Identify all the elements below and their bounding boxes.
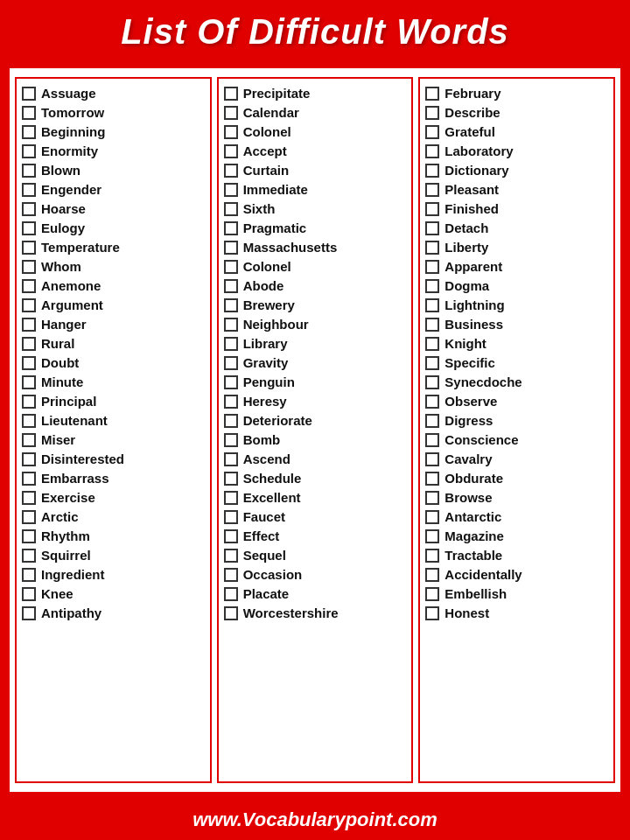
list-item[interactable]: Tractable [424, 546, 610, 564]
checkbox-icon[interactable] [425, 491, 439, 505]
checkbox-icon[interactable] [22, 414, 36, 428]
checkbox-icon[interactable] [224, 318, 238, 332]
checkbox-icon[interactable] [224, 395, 238, 409]
list-item[interactable]: Hoarse [20, 200, 206, 218]
list-item[interactable]: Principal [20, 392, 206, 410]
checkbox-icon[interactable] [224, 510, 238, 524]
checkbox-icon[interactable] [425, 144, 439, 158]
checkbox-icon[interactable] [224, 491, 238, 505]
checkbox-icon[interactable] [425, 549, 439, 563]
checkbox-icon[interactable] [425, 414, 439, 428]
checkbox-icon[interactable] [425, 318, 439, 332]
checkbox-icon[interactable] [425, 375, 439, 389]
list-item[interactable]: Ingredient [20, 565, 206, 584]
checkbox-icon[interactable] [425, 202, 439, 216]
list-item[interactable]: Apparent [424, 257, 610, 276]
checkbox-icon[interactable] [22, 606, 36, 620]
checkbox-icon[interactable] [425, 433, 439, 447]
checkbox-icon[interactable] [22, 318, 36, 332]
list-item[interactable]: Excellent [222, 488, 409, 507]
checkbox-icon[interactable] [22, 452, 36, 466]
checkbox-icon[interactable] [22, 202, 36, 216]
checkbox-icon[interactable] [224, 568, 238, 582]
checkbox-icon[interactable] [425, 472, 439, 486]
checkbox-icon[interactable] [224, 202, 238, 216]
checkbox-icon[interactable] [425, 298, 439, 312]
checkbox-icon[interactable] [425, 241, 439, 255]
list-item[interactable]: Curtain [222, 161, 409, 179]
checkbox-icon[interactable] [224, 606, 238, 620]
list-item[interactable]: Digress [424, 411, 610, 430]
list-item[interactable]: Liberty [424, 238, 610, 256]
checkbox-icon[interactable] [224, 529, 238, 543]
list-item[interactable]: Immediate [222, 180, 409, 199]
list-item[interactable]: Embarrass [20, 469, 206, 487]
list-item[interactable]: Squirrel [20, 546, 206, 564]
list-item[interactable]: Minute [20, 373, 206, 391]
checkbox-icon[interactable] [22, 164, 36, 178]
list-item[interactable]: Anemone [20, 276, 206, 295]
list-item[interactable]: Ascend [222, 450, 409, 468]
checkbox-icon[interactable] [425, 452, 439, 466]
checkbox-icon[interactable] [22, 395, 36, 409]
list-item[interactable]: Synecdoche [424, 373, 610, 391]
list-item[interactable]: Neighbour [222, 315, 409, 333]
list-item[interactable]: Accept [222, 142, 409, 160]
checkbox-icon[interactable] [425, 529, 439, 543]
list-item[interactable]: Worcestershire [222, 604, 409, 622]
checkbox-icon[interactable] [22, 298, 36, 312]
list-item[interactable]: February [424, 84, 610, 102]
checkbox-icon[interactable] [224, 260, 238, 274]
checkbox-icon[interactable] [22, 356, 36, 370]
list-item[interactable]: Argument [20, 296, 206, 314]
list-item[interactable]: Colonel [222, 257, 409, 276]
list-item[interactable]: Disinterested [20, 450, 206, 468]
checkbox-icon[interactable] [22, 87, 36, 101]
list-item[interactable]: Enormity [20, 142, 206, 160]
list-item[interactable]: Embellish [424, 584, 610, 603]
list-item[interactable]: Beginning [20, 122, 206, 141]
checkbox-icon[interactable] [425, 279, 439, 293]
list-item[interactable]: Faucet [222, 508, 409, 526]
list-item[interactable]: Heresy [222, 392, 409, 410]
list-item[interactable]: Gravity [222, 354, 409, 372]
checkbox-icon[interactable] [425, 106, 439, 120]
list-item[interactable]: Arctic [20, 508, 206, 526]
list-item[interactable]: Massachusetts [222, 238, 409, 256]
checkbox-icon[interactable] [425, 587, 439, 601]
checkbox-icon[interactable] [22, 279, 36, 293]
checkbox-icon[interactable] [425, 337, 439, 351]
list-item[interactable]: Lightning [424, 296, 610, 314]
list-item[interactable]: Miser [20, 430, 206, 449]
list-item[interactable]: Exercise [20, 488, 206, 507]
checkbox-icon[interactable] [224, 144, 238, 158]
list-item[interactable]: Antipathy [20, 604, 206, 622]
list-item[interactable]: Obdurate [424, 469, 610, 487]
list-item[interactable]: Eulogy [20, 219, 206, 237]
list-item[interactable]: Honest [424, 604, 610, 622]
checkbox-icon[interactable] [224, 452, 238, 466]
checkbox-icon[interactable] [425, 125, 439, 139]
checkbox-icon[interactable] [425, 395, 439, 409]
checkbox-icon[interactable] [22, 549, 36, 563]
list-item[interactable]: Dictionary [424, 161, 610, 179]
checkbox-icon[interactable] [22, 125, 36, 139]
checkbox-icon[interactable] [425, 568, 439, 582]
list-item[interactable]: Doubt [20, 354, 206, 372]
checkbox-icon[interactable] [425, 606, 439, 620]
list-item[interactable]: Placate [222, 584, 409, 603]
list-item[interactable]: Assuage [20, 84, 206, 102]
list-item[interactable]: Business [424, 315, 610, 333]
list-item[interactable]: Magazine [424, 527, 610, 545]
checkbox-icon[interactable] [224, 549, 238, 563]
list-item[interactable]: Pragmatic [222, 219, 409, 237]
checkbox-icon[interactable] [224, 433, 238, 447]
list-item[interactable]: Effect [222, 527, 409, 545]
checkbox-icon[interactable] [425, 356, 439, 370]
list-item[interactable]: Rhythm [20, 527, 206, 545]
checkbox-icon[interactable] [224, 279, 238, 293]
list-item[interactable]: Dogma [424, 276, 610, 295]
list-item[interactable]: Lieutenant [20, 411, 206, 430]
checkbox-icon[interactable] [425, 183, 439, 197]
checkbox-icon[interactable] [22, 433, 36, 447]
